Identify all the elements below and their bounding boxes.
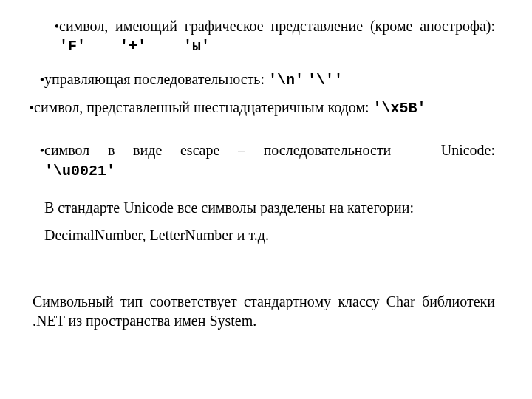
- bullet-1-code-3: 'ы': [183, 38, 210, 55]
- bullet-icon: •: [31, 72, 44, 89]
- bullet-3-text: символ, представленный шестнадцатеричным…: [34, 98, 514, 118]
- bullet-icon: •: [31, 143, 44, 160]
- bullet-4-text: символ в виде escape – последовательност…: [44, 140, 495, 160]
- bullet-3-pre: символ, представленный шестнадцатеричным…: [34, 99, 373, 115]
- bullet-4-part2: Unicode:: [441, 142, 495, 158]
- paragraph-char-net: Символьный тип соответствует стандартном…: [33, 292, 495, 331]
- bullet-icon: •: [24, 100, 34, 117]
- bullet-1-text: символ, имеющий графическое представлени…: [59, 16, 495, 57]
- bullet-2-code-2: '\'': [307, 72, 343, 89]
- bullet-2-code-1: '\n': [268, 72, 304, 89]
- bullet-1-code-1: 'F': [59, 38, 86, 55]
- bullet-3-code-1: '\x5B': [373, 100, 426, 117]
- bullet-icon: •: [38, 18, 59, 36]
- paragraph-unicode-categories: DecimalNumber, LetterNumber и т.д.: [44, 225, 495, 245]
- bullet-4-part1: символ в виде escape – последовательност…: [44, 142, 391, 158]
- bullet-1-code-2: '+': [120, 38, 146, 55]
- bullet-4-code-1: '\u0021': [44, 163, 115, 180]
- bullet-2-pre: управляющая последовательность:: [44, 71, 268, 87]
- bullet-2-text: управляющая последовательность: '\n' '\'…: [44, 69, 495, 90]
- paragraph-unicode-intro: В стандарте Unicode все символы разделен…: [44, 198, 495, 217]
- bullet-1-pre: символ, имеющий графическое представлени…: [59, 18, 495, 34]
